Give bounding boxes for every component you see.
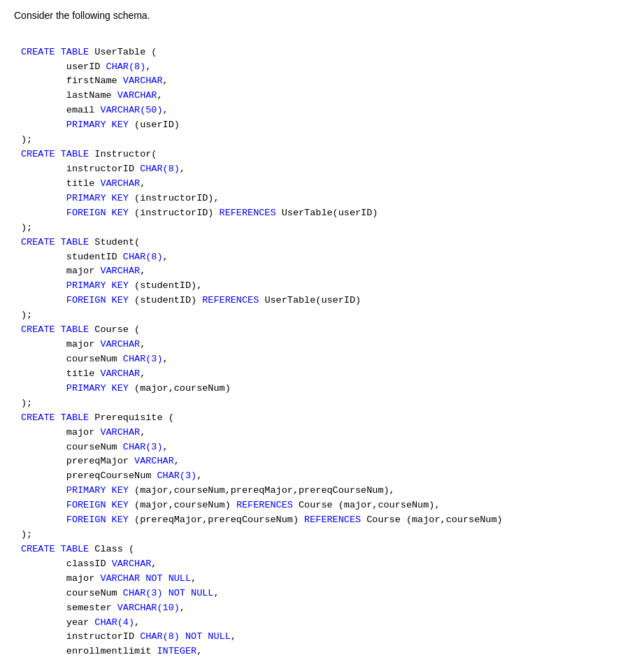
code-text: courseNum [66,442,123,452]
keyword: VARCHAR [134,456,174,466]
keyword: VARCHAR [100,178,140,189]
code-line: FOREIGN KEY (studentID) REFERENCES UserT… [21,294,630,308]
code-text: Course ( [89,324,140,335]
code-line: FOREIGN KEY (instructorID) REFERENCES Us… [21,206,630,221]
code-line: major VARCHAR, [21,426,630,440]
code-text: ); [21,398,32,408]
keyword: CHAR(3) [157,470,196,481]
keyword: INTEGER [157,646,196,656]
keyword: FOREIGN KEY [66,515,129,525]
code-line [21,31,630,45]
code-text: Instructor( [89,149,157,159]
keyword: CHAR(4) [94,617,134,628]
keyword: CREATE TABLE [21,412,89,423]
code-text: courseNum [66,354,123,364]
code-line: major VARCHAR, [21,264,630,279]
code-text: , [213,588,219,598]
code-line: CREATE TABLE Course ( [21,323,630,338]
code-text: Course (major,courseNum), [293,500,441,510]
code-line: FOREIGN KEY (major,courseNum) REFERENCES… [21,498,630,513]
intro-text: Consider the following schema. [14,8,630,24]
code-line: major VARCHAR, [21,338,630,352]
code-line: CREATE TABLE Prerequisite ( [21,411,630,426]
keyword: REFERENCES [236,500,293,510]
code-text: ); [21,529,32,540]
code-line: instructorID CHAR(8), [21,162,630,177]
keyword: CHAR(3) [123,588,163,598]
code-line: CREATE TABLE UserTable ( [21,45,630,60]
code-line: email VARCHAR(50), [21,103,630,118]
code-text: instructorID [66,164,140,174]
code-text: ); [21,310,32,320]
code-text: , [163,75,169,86]
code-text: (major,courseNum,prereqMajor,prereqCours… [129,485,395,496]
code-text: , [140,339,145,350]
code-text: , [174,456,180,466]
code-line: ); [21,308,630,323]
code-text [180,631,185,642]
code-line: lastName VARCHAR, [21,89,630,103]
code-text: (major,courseNum) [129,500,236,510]
code-text: , [140,178,145,189]
keyword: CREATE TABLE [21,47,89,57]
code-line: PRIMARY KEY (classID), [21,659,630,662]
code-text: (studentID) [129,295,202,305]
code-text: , [163,442,169,452]
code-text: , [140,427,145,438]
code-text: , [196,470,202,481]
keyword: VARCHAR [100,368,140,379]
code-text: , [163,252,169,262]
keyword: REFERENCES [304,515,361,525]
code-text: , [180,164,185,174]
keyword: VARCHAR [100,339,140,350]
keyword: VARCHAR [117,90,157,101]
code-line: year CHAR(4), [21,616,630,631]
code-text: (prereqMajor,prereqCourseNum) [129,515,304,525]
code-text: , [157,90,162,101]
code-line: PRIMARY KEY (instructorID), [21,192,630,206]
keyword: CHAR(3) [123,354,163,364]
keyword: REFERENCES [220,208,276,218]
keyword: NOT NULL [169,588,214,598]
code-text: lastName [66,90,117,101]
code-text: , [163,105,169,115]
code-line: enrollmentlimit INTEGER, [21,645,630,659]
code-line: PRIMARY KEY (userID) [21,118,630,133]
keyword: PRIMARY KEY [66,193,129,203]
code-text: Prerequisite ( [89,412,174,423]
code-text: (userID) [129,120,180,130]
keyword: CREATE TABLE [21,149,89,159]
keyword: VARCHAR(50) [100,105,162,115]
code-text: major [66,573,101,584]
keyword: NOT NULL [185,631,231,642]
code-line: userID CHAR(8), [21,60,630,75]
code-text: email [66,105,101,115]
code-line: firstName VARCHAR, [21,74,630,89]
keyword: FOREIGN KEY [66,500,129,510]
code-text: major [66,266,101,276]
code-text: classID [66,559,112,569]
keyword: CREATE TABLE [21,324,89,335]
code-line: prereqMajor VARCHAR, [21,454,630,469]
code-text: , [191,573,196,584]
code-text: UserTable(userID) [276,208,378,218]
code-text: Student( [89,237,140,247]
code-line: CREATE TABLE Instructor( [21,147,630,162]
code-line: CREATE TABLE Student( [21,236,630,250]
keyword: PRIMARY KEY [66,383,129,394]
code-text: UserTable(userID) [259,295,361,305]
code-line: PRIMARY KEY (major,courseNum,prereqMajor… [21,484,630,498]
code-text: , [163,354,169,364]
keyword: CHAR(3) [123,442,163,452]
code-line: FOREIGN KEY (prereqMajor,prereqCourseNum… [21,513,630,528]
code-line: instructorID CHAR(8) NOT NULL, [21,630,630,645]
code-text: prereqCourseNum [66,470,157,481]
keyword: PRIMARY KEY [66,485,129,496]
code-text: title [66,368,101,379]
code-text: Course (major,courseNum) [361,515,503,525]
code-text: studentID [66,252,123,262]
code-line: courseNum CHAR(3), [21,440,630,455]
code-text [163,588,169,598]
code-text: , [134,617,140,628]
code-line: semester VARCHAR(10), [21,601,630,616]
